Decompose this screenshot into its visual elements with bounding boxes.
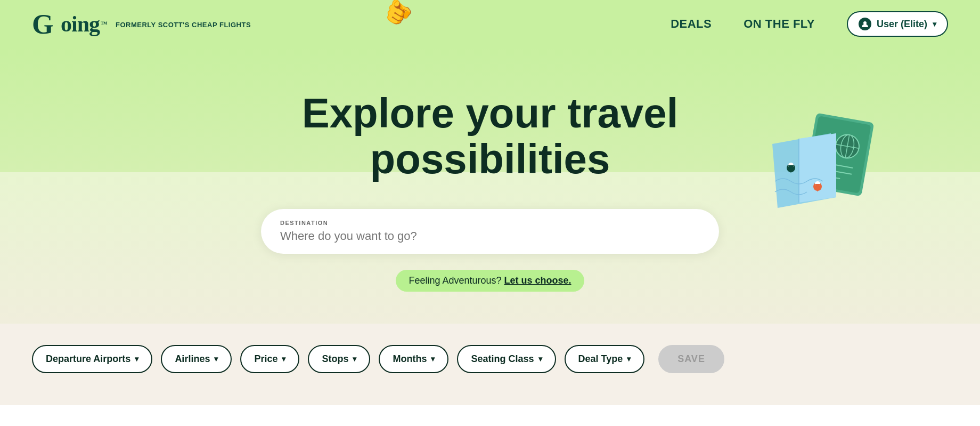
seating-class-chevron-icon: ▾ bbox=[538, 355, 542, 363]
departure-airports-chevron-icon: ▾ bbox=[135, 355, 138, 363]
departure-airports-button[interactable]: Departure Airports ▾ bbox=[32, 345, 152, 373]
logo-text: oing bbox=[61, 11, 100, 37]
logo[interactable]: G oing ™ bbox=[32, 10, 107, 38]
header-left: G oing ™ FORMERLY SCOTT'S CHEAP FLIGHTS bbox=[32, 10, 251, 38]
hero-section: Explore your travel possibilities bbox=[0, 48, 980, 324]
deal-type-label: Deal Type bbox=[578, 353, 623, 365]
deal-type-button[interactable]: Deal Type ▾ bbox=[565, 345, 645, 373]
airlines-label: Airlines bbox=[175, 353, 210, 365]
stops-button[interactable]: Stops ▾ bbox=[308, 345, 370, 373]
stops-label: Stops bbox=[322, 353, 348, 365]
let-us-choose-link[interactable]: Let us choose. bbox=[504, 275, 571, 286]
user-chevron-icon: ▾ bbox=[933, 20, 936, 28]
price-chevron-icon: ▾ bbox=[282, 355, 285, 363]
months-chevron-icon: ▾ bbox=[431, 355, 435, 363]
price-button[interactable]: Price ▾ bbox=[240, 345, 299, 373]
nav-deals[interactable]: DEALS bbox=[671, 17, 712, 31]
logo-tm: ™ bbox=[101, 20, 107, 28]
destination-input[interactable] bbox=[280, 229, 700, 243]
save-label: SAVE bbox=[677, 353, 705, 364]
seating-class-button[interactable]: Seating Class ▾ bbox=[457, 345, 556, 373]
departure-airports-label: Departure Airports bbox=[46, 353, 130, 365]
hero-title: Explore your travel possibilities bbox=[197, 91, 783, 182]
price-label: Price bbox=[254, 353, 277, 365]
formerly-text: FORMERLY SCOTT'S CHEAP FLIGHTS bbox=[116, 21, 251, 29]
months-button[interactable]: Months ▾ bbox=[379, 345, 448, 373]
travel-illustration bbox=[767, 112, 884, 219]
seating-class-label: Seating Class bbox=[471, 353, 534, 365]
svg-text:G: G bbox=[32, 10, 53, 38]
user-icon bbox=[859, 18, 871, 30]
deal-type-chevron-icon: ▾ bbox=[627, 355, 631, 363]
header: G oing ™ FORMERLY SCOTT'S CHEAP FLIGHTS … bbox=[0, 0, 980, 48]
user-menu-button[interactable]: User (Elite) ▾ bbox=[847, 11, 948, 37]
destination-search-container: DESTINATION bbox=[261, 209, 719, 254]
airlines-button[interactable]: Airlines ▾ bbox=[161, 345, 232, 373]
adventurous-text: Feeling Adventurous? bbox=[409, 275, 501, 286]
user-label: User (Elite) bbox=[877, 19, 927, 30]
nav-on-the-fly[interactable]: ON THE FLY bbox=[744, 17, 815, 31]
destination-label: DESTINATION bbox=[280, 220, 700, 226]
airlines-chevron-icon: ▾ bbox=[214, 355, 218, 363]
save-button[interactable]: SAVE bbox=[658, 345, 724, 373]
svg-marker-13 bbox=[799, 133, 836, 203]
months-label: Months bbox=[393, 353, 427, 365]
main-nav: DEALS ON THE FLY User (Elite) ▾ bbox=[671, 11, 948, 37]
filter-section: Departure Airports ▾ Airlines ▾ Price ▾ … bbox=[0, 324, 980, 405]
stops-chevron-icon: ▾ bbox=[353, 355, 356, 363]
adventurous-banner: Feeling Adventurous? Let us choose. bbox=[396, 270, 584, 292]
hand-pointer-icon: 🫵 bbox=[380, 0, 416, 28]
